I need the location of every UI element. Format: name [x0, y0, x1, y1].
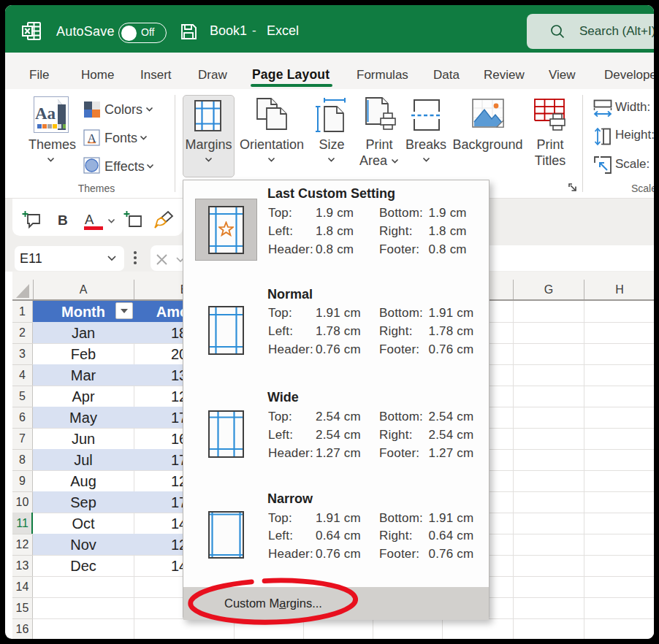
svg-text:Aa: Aa — [35, 104, 56, 123]
